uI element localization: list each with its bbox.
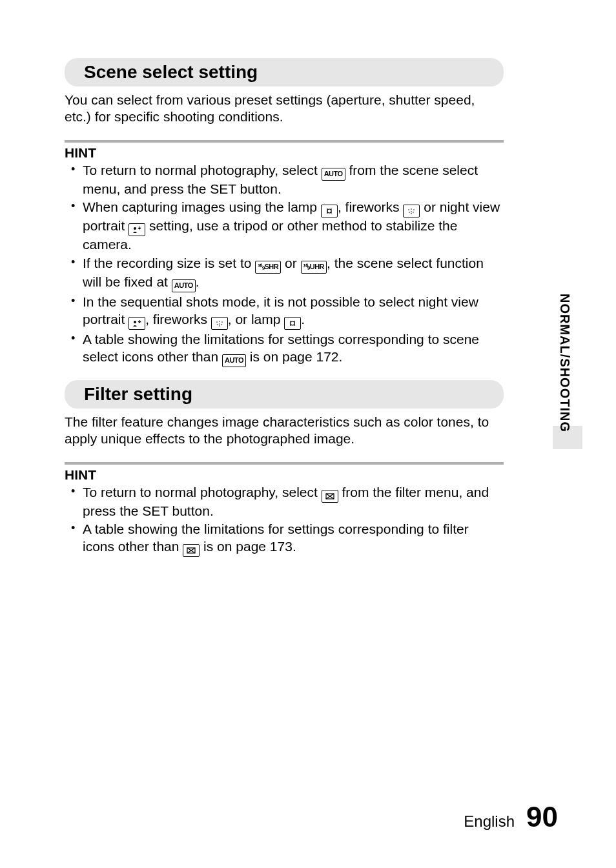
svg-point-9	[216, 321, 218, 323]
list-item: To return to normal photography, select …	[83, 484, 504, 520]
svg-point-11	[221, 321, 223, 323]
auto-icon: AUTO	[222, 354, 246, 367]
side-tab-label: NORMAL/SHOOTING	[557, 294, 572, 432]
fireworks-icon	[211, 317, 228, 330]
footer-page-number: 90	[526, 801, 558, 833]
filter-heading: Filter setting	[84, 384, 492, 405]
svg-point-10	[219, 321, 220, 322]
lamp-icon	[321, 205, 338, 217]
svg-point-5	[413, 212, 415, 214]
svg-point-13	[219, 323, 220, 325]
night-portrait-icon	[128, 223, 145, 236]
list-item: If the recording size is set to ¹⁶₉SHR o…	[83, 255, 504, 292]
scene-select-hints: To return to normal photography, select …	[65, 162, 504, 368]
footer-language: English	[464, 812, 515, 831]
no-filter-icon	[322, 490, 338, 503]
svg-point-4	[411, 212, 413, 213]
scene-select-heading: Scene select setting	[84, 62, 492, 83]
svg-point-7	[134, 227, 136, 230]
manual-page: Scene select setting You can select from…	[0, 0, 616, 868]
auto-icon: AUTO	[322, 168, 345, 181]
svg-point-1	[411, 209, 413, 210]
list-item: To return to normal photography, select …	[83, 162, 504, 198]
fireworks-icon	[403, 205, 420, 217]
list-item: When capturing images using the lamp , f…	[83, 199, 504, 254]
svg-point-14	[221, 324, 222, 325]
scene-select-heading-bar: Scene select setting	[65, 58, 504, 86]
list-item: In the sequential shots mode, it is not …	[83, 294, 504, 330]
page-content: Scene select setting You can select from…	[65, 58, 504, 557]
svg-point-12	[217, 324, 218, 325]
uhr-icon: ¹⁶₉UHR	[301, 261, 327, 274]
svg-point-8	[134, 321, 136, 323]
night-portrait-icon	[128, 317, 145, 330]
filter-hints: To return to normal photography, select …	[65, 484, 504, 558]
svg-point-6	[411, 214, 413, 215]
scene-select-intro: You can select from various preset setti…	[65, 92, 504, 126]
lamp-icon	[284, 317, 301, 330]
no-filter-icon	[183, 544, 200, 557]
divider	[65, 140, 504, 143]
filter-heading-bar: Filter setting	[65, 380, 504, 409]
svg-point-0	[409, 210, 410, 211]
svg-point-3	[409, 212, 411, 214]
list-item: A table showing the limitations for sett…	[83, 521, 504, 557]
svg-point-15	[219, 325, 220, 327]
svg-point-2	[414, 210, 415, 211]
shr-icon: ¹⁶₉SHR	[255, 261, 281, 274]
hint-label: HINT	[65, 467, 504, 483]
divider	[65, 462, 504, 465]
list-item: A table showing the limitations for sett…	[83, 331, 504, 367]
hint-label: HINT	[65, 145, 504, 161]
auto-icon: AUTO	[172, 279, 196, 292]
filter-intro: The filter feature changes image charact…	[65, 414, 504, 448]
page-footer: English 90	[464, 801, 558, 833]
